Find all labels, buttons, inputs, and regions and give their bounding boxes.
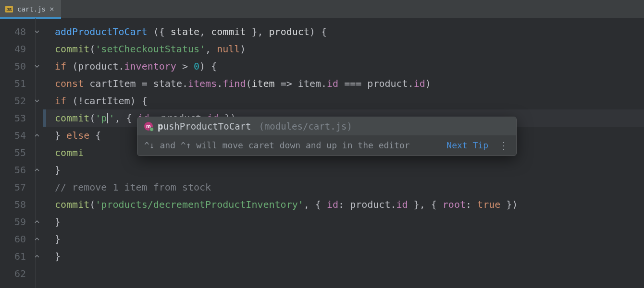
line-number-gutter: 48 49 50 51 52 53 54 55 56 57 58 59 60 6… [0,18,31,288]
line-number: 52 [0,92,31,109]
fold-marker-close-icon[interactable] [31,230,43,248]
svg-text:JS: JS [6,7,12,12]
tab-label: cart.js [17,6,46,12]
completion-path: (modules/cart.js) [259,122,352,131]
code-line[interactable]: } [43,248,644,265]
completion-item[interactable]: m pushProductToCart (modules/cart.js) [137,117,516,135]
line-number: 60 [0,230,31,248]
line-number: 62 [0,265,31,282]
completion-label: pushProductToCart [158,122,251,131]
code-completion-popup: m pushProductToCart (modules/cart.js) ^↓… [137,117,517,156]
fold-marker-open-icon[interactable] [31,23,43,40]
close-icon[interactable]: × [50,5,54,13]
line-number: 50 [0,58,31,75]
method-badge-icon: m [144,122,153,131]
more-menu-icon[interactable]: ⋮ [493,140,509,151]
line-number: 55 [0,144,31,161]
code-line[interactable]: commit('setCheckoutStatus', null) [43,40,644,58]
code-line[interactable]: } [43,213,644,230]
fold-marker-open-icon[interactable] [31,92,43,109]
breakpoint-stripe [43,109,46,127]
editor-area[interactable]: 48 49 50 51 52 53 54 55 56 57 58 59 60 6… [0,18,644,288]
fold-marker-close-icon[interactable] [31,248,43,265]
line-number: 58 [0,196,31,213]
line-number: 51 [0,75,31,92]
fold-marker-close-icon[interactable] [31,161,43,179]
line-number: 53 [0,109,31,127]
fold-marker-close-icon[interactable] [31,213,43,230]
code-line[interactable]: addProductToCart ({ state, commit }, pro… [43,23,644,40]
code-line[interactable]: if (!cartItem) { [43,92,644,109]
code-viewport[interactable]: addProductToCart ({ state, commit }, pro… [43,18,644,288]
line-number: 48 [0,23,31,40]
code-line[interactable]: const cartItem = state.items.find(item =… [43,75,644,92]
fold-marker-open-icon[interactable] [31,58,43,75]
line-number: 61 [0,248,31,265]
text-caret [107,113,108,123]
code-line[interactable]: commit('products/decrementProductInvento… [43,196,644,213]
code-line[interactable]: } [43,161,644,179]
line-number: 54 [0,127,31,144]
line-number: 49 [0,40,31,58]
code-line[interactable] [43,265,644,282]
tab-bar: JS cart.js × [0,0,644,18]
tab-cart-js[interactable]: JS cart.js × [0,0,61,18]
js-file-icon: JS [5,5,13,13]
line-number: 57 [0,179,31,196]
completion-tip-bar: ^↓ and ^↑ will move caret down and up in… [137,135,516,156]
code-line[interactable]: if (product.inventory > 0) { [43,58,644,75]
tip-text: ^↓ and ^↑ will move caret down and up in… [144,141,442,150]
code-line[interactable]: // remove 1 item from stock [43,179,644,196]
fold-gutter [31,18,43,288]
fold-marker-close-icon[interactable] [31,127,43,144]
next-tip-link[interactable]: Next Tip [446,141,488,150]
code-line[interactable]: } [43,230,644,248]
line-number: 59 [0,213,31,230]
line-number: 56 [0,161,31,179]
